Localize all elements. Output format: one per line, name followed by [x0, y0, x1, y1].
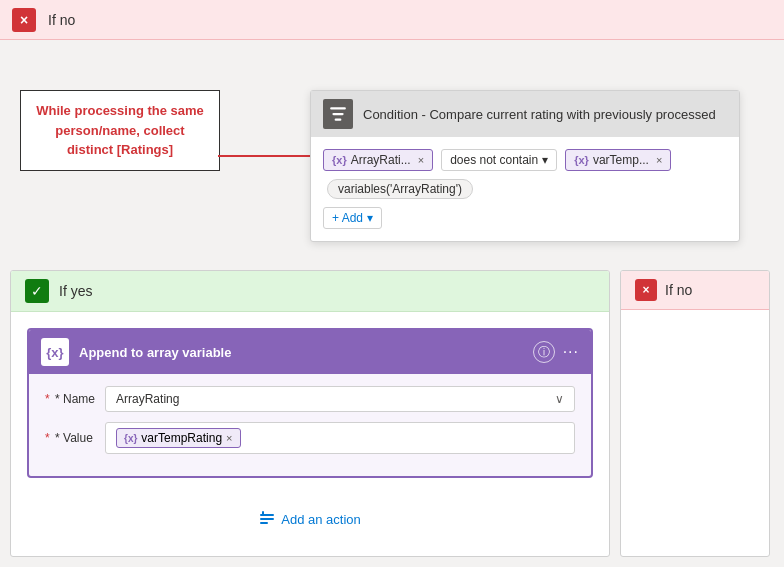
svg-rect-6 [262, 511, 264, 516]
value-tag-close[interactable]: × [226, 432, 232, 444]
value-input[interactable]: {x} varTempRating × [105, 422, 575, 454]
condition-icon [323, 99, 353, 129]
operator-select[interactable]: does not contain ▾ [441, 149, 557, 171]
ellipsis-button[interactable]: ··· [563, 343, 579, 361]
right-tag-pill[interactable]: {x} varTemp... × [565, 149, 671, 171]
top-bar-close-button[interactable]: × [12, 8, 36, 32]
add-condition-button[interactable]: + Add ▾ [323, 207, 382, 229]
top-bar: × If no [0, 0, 784, 40]
pill-icon-right: {x} [574, 154, 589, 166]
variables-bubble: variables('ArrayRating') [327, 179, 473, 199]
add-condition-label: + Add [332, 211, 363, 225]
svg-rect-0 [330, 107, 346, 109]
value-tag-icon: {x} [124, 433, 137, 444]
check-icon: ✓ [25, 279, 49, 303]
append-card-icon: {x} [41, 338, 69, 366]
condition-title: Condition - Compare current rating with … [363, 107, 716, 122]
name-label: * * Name [45, 392, 95, 406]
condition-body: {x} ArrayRati... × does not contain ▾ {x… [311, 137, 739, 241]
value-tag-pill[interactable]: {x} varTempRating × [116, 428, 241, 448]
operator-chevron: ▾ [542, 153, 548, 167]
name-input[interactable]: ArrayRating ∨ [105, 386, 575, 412]
append-card: {x} Append to array variable ⓘ ··· * [27, 328, 593, 478]
main-content: While processing the same person/name, c… [0, 40, 784, 567]
append-card-title: Append to array variable [79, 345, 523, 360]
if-no-header: × If no [621, 271, 769, 310]
pill-icon-left: {x} [332, 154, 347, 166]
append-header: {x} Append to array variable ⓘ ··· [29, 330, 591, 374]
value-tag-text: varTempRating [141, 431, 222, 445]
if-no-close-icon[interactable]: × [635, 279, 657, 301]
svg-rect-2 [335, 119, 342, 121]
bottom-section: ✓ If yes {x} Append to array variable ⓘ … [0, 260, 784, 567]
add-dropdown-icon: ▾ [367, 211, 373, 225]
append-actions: ⓘ ··· [533, 341, 579, 363]
condition-row: {x} ArrayRati... × does not contain ▾ {x… [323, 149, 727, 171]
annotation-box: While processing the same person/name, c… [20, 90, 220, 171]
add-action-icon [259, 510, 275, 529]
svg-rect-5 [260, 522, 268, 524]
value-field-row: * * Value {x} varTempRating × [45, 422, 575, 454]
value-required-star: * [45, 431, 50, 445]
if-no-label: If no [665, 282, 692, 298]
if-yes-label: If yes [59, 283, 92, 299]
add-action-area: Add an action [11, 494, 609, 545]
if-yes-panel: ✓ If yes {x} Append to array variable ⓘ … [10, 270, 610, 557]
if-yes-header: ✓ If yes [11, 271, 609, 312]
right-pill-close[interactable]: × [656, 154, 662, 166]
name-chevron-icon: ∨ [555, 392, 564, 406]
top-bar-label: If no [48, 12, 75, 28]
right-pill-text: varTemp... [593, 153, 649, 167]
annotation-area: While processing the same person/name, c… [20, 90, 220, 171]
condition-header: Condition - Compare current rating with … [311, 91, 739, 137]
name-required-star: * [45, 392, 50, 406]
if-no-panel: × If no [620, 270, 770, 557]
operator-text: does not contain [450, 153, 538, 167]
left-pill-text: ArrayRati... [351, 153, 411, 167]
left-tag-pill[interactable]: {x} ArrayRati... × [323, 149, 433, 171]
value-label: * * Value [45, 431, 95, 445]
info-button[interactable]: ⓘ [533, 341, 555, 363]
svg-rect-4 [260, 518, 274, 520]
left-pill-close[interactable]: × [418, 154, 424, 166]
svg-rect-1 [332, 113, 343, 115]
condition-card: Condition - Compare current rating with … [310, 90, 740, 242]
add-action-label: Add an action [281, 512, 361, 527]
name-field-row: * * Name ArrayRating ∨ [45, 386, 575, 412]
name-input-value: ArrayRating [116, 392, 179, 406]
annotation-text: While processing the same person/name, c… [36, 103, 204, 157]
add-action-button[interactable]: Add an action [259, 510, 361, 529]
append-body: * * Name ArrayRating ∨ * * Value [29, 374, 591, 476]
